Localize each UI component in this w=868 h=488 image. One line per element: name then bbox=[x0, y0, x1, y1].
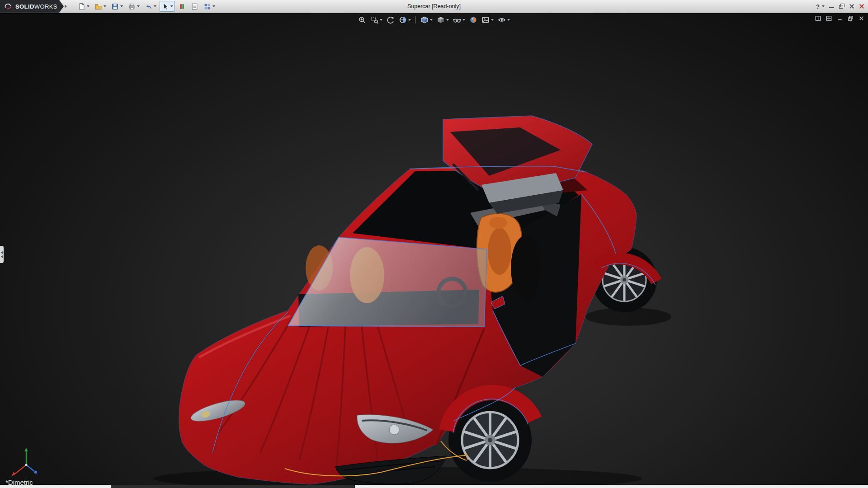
open-document-button[interactable] bbox=[93, 1, 108, 12]
minimize-button[interactable] bbox=[829, 4, 835, 9]
document-window-controls bbox=[815, 15, 865, 22]
help-button[interactable]: ? bbox=[816, 3, 825, 10]
printer-icon bbox=[128, 3, 136, 10]
section-sphere-icon bbox=[399, 16, 407, 24]
restore-button[interactable] bbox=[839, 4, 844, 9]
doc-close-button[interactable] bbox=[858, 15, 865, 22]
apply-scene-button[interactable] bbox=[481, 15, 494, 24]
options-grid-icon bbox=[203, 3, 211, 10]
toolbar-separator bbox=[415, 16, 416, 23]
pane-split-icon bbox=[826, 15, 832, 22]
app-close-button[interactable] bbox=[859, 4, 864, 9]
display-style-button[interactable] bbox=[436, 15, 449, 24]
help-label: ? bbox=[816, 3, 820, 10]
select-tool-button[interactable] bbox=[160, 1, 175, 12]
magnifier-icon bbox=[358, 16, 366, 24]
solidworks-window: SOLIDWORKS bbox=[0, 0, 868, 488]
new-document-button[interactable] bbox=[76, 1, 91, 12]
eye-icon bbox=[498, 16, 506, 24]
viewport-pane-split-button[interactable] bbox=[826, 15, 832, 22]
window-controls: ? bbox=[816, 3, 868, 10]
supercar-model[interactable] bbox=[0, 13, 868, 485]
doc-restore-button[interactable] bbox=[847, 15, 854, 22]
options-button[interactable] bbox=[202, 1, 217, 12]
zoom-to-area-button[interactable] bbox=[370, 15, 383, 24]
collapse-arrow-icon bbox=[1, 251, 3, 254]
view-orientation-label: *Dimetric bbox=[5, 479, 33, 485]
solidworks-logo[interactable]: SOLIDWORKS bbox=[0, 0, 59, 13]
previous-view-button[interactable] bbox=[386, 15, 395, 24]
undo-arrow-icon bbox=[145, 3, 152, 10]
collapse-arrow-icon bbox=[1, 255, 3, 258]
view-cube-icon bbox=[420, 16, 429, 24]
hide-show-items-button[interactable] bbox=[453, 15, 466, 24]
appearance-ball-icon bbox=[469, 16, 477, 24]
menu-expand-chevron[interactable] bbox=[65, 5, 67, 8]
minimize-icon bbox=[836, 15, 843, 22]
rebuild-bars-icon bbox=[178, 3, 186, 10]
doc-minimize-button[interactable] bbox=[836, 15, 843, 22]
section-view-button[interactable] bbox=[398, 15, 411, 24]
title-bar: SOLIDWORKS bbox=[0, 0, 868, 13]
file-properties-button[interactable] bbox=[189, 1, 200, 12]
zoom-area-icon bbox=[370, 16, 378, 24]
viewport-pane-single-button[interactable] bbox=[815, 15, 821, 22]
scene-picture-icon bbox=[481, 16, 490, 24]
3ds-logo-icon bbox=[4, 2, 13, 11]
zoom-to-fit-button[interactable] bbox=[358, 15, 367, 24]
document-title: Supercar [Read-only] bbox=[407, 3, 461, 9]
view-orientation-button[interactable] bbox=[420, 15, 433, 24]
close-icon bbox=[858, 15, 865, 22]
taskbar-dark-segment bbox=[111, 485, 355, 488]
panel-splitter-handle[interactable] bbox=[0, 246, 4, 263]
taskbar-strip bbox=[0, 485, 868, 488]
view-settings-button[interactable] bbox=[497, 15, 510, 24]
shaded-cube-icon bbox=[437, 16, 445, 24]
save-button[interactable] bbox=[109, 1, 125, 12]
edit-appearance-button[interactable] bbox=[469, 15, 478, 24]
heads-up-toolbar bbox=[358, 15, 510, 24]
save-floppy-icon bbox=[111, 3, 119, 10]
glasses-icon bbox=[453, 16, 461, 24]
new-page-icon bbox=[78, 3, 85, 10]
restore-icon bbox=[847, 15, 854, 22]
quick-access-toolbar bbox=[76, 1, 217, 12]
pane-single-icon bbox=[815, 15, 821, 22]
close-button[interactable] bbox=[849, 4, 854, 9]
undo-button[interactable] bbox=[143, 1, 158, 12]
properties-sheet-icon bbox=[191, 3, 198, 10]
brand-wordmark: SOLIDWORKS bbox=[15, 3, 57, 10]
logo-point bbox=[59, 0, 64, 13]
previous-view-arrow-icon bbox=[387, 16, 395, 24]
graphics-viewport[interactable]: *Dimetric bbox=[0, 13, 868, 485]
print-button[interactable] bbox=[126, 1, 142, 12]
open-folder-icon bbox=[94, 3, 102, 10]
rebuild-button[interactable] bbox=[176, 1, 188, 12]
cursor-arrow-icon bbox=[161, 3, 169, 10]
orientation-triad[interactable] bbox=[8, 446, 44, 481]
